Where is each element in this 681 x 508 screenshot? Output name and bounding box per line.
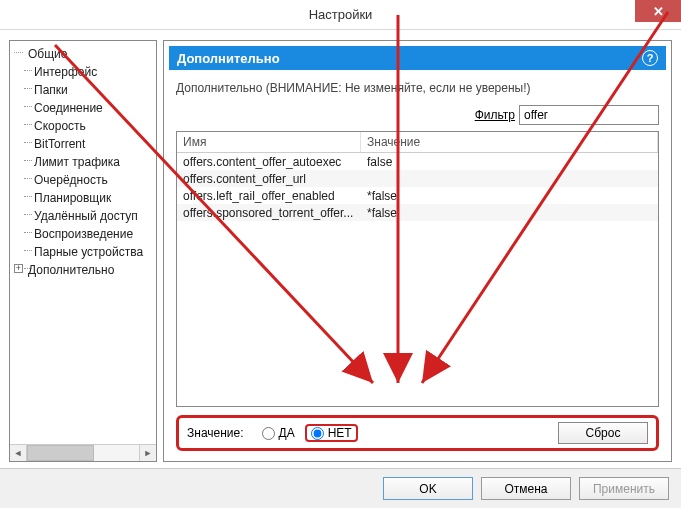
table-row[interactable]: offers.content_offer_autoexecfalse (177, 153, 658, 170)
title-bar: Настройки ✕ (0, 0, 681, 30)
column-header-value[interactable]: Значение (361, 132, 658, 152)
sidebar-item-label: BitTorrent (34, 137, 85, 151)
radio-no-label: НЕТ (328, 426, 352, 440)
table-row[interactable]: offers.content_offer_url (177, 170, 658, 187)
apply-button[interactable]: Применить (579, 477, 669, 500)
sidebar-item[interactable]: Общие (10, 45, 156, 63)
main-panel: Дополнительно ? Дополнительно (ВНИМАНИЕ:… (163, 40, 672, 462)
sidebar-item[interactable]: Парные устройства (10, 243, 156, 261)
sidebar-item-label: Лимит трафика (34, 155, 120, 169)
table-row[interactable]: offers.sponsored_torrent_offer...*false (177, 204, 658, 221)
sidebar-item[interactable]: Интерфейс (10, 63, 156, 81)
section-header: Дополнительно ? (169, 46, 666, 70)
sidebar-item[interactable]: Планировщик (10, 189, 156, 207)
table-header: Имя Значение (177, 132, 658, 153)
sidebar-item-label: Папки (34, 83, 68, 97)
cancel-button[interactable]: Отмена (481, 477, 571, 500)
cell-name: offers.content_offer_url (177, 170, 361, 187)
settings-table: Имя Значение offers.content_offer_autoex… (176, 131, 659, 407)
sidebar-item[interactable]: Скорость (10, 117, 156, 135)
value-label: Значение: (187, 426, 244, 440)
sidebar-item[interactable]: Удалённый доступ (10, 207, 156, 225)
scroll-right-button[interactable]: ► (139, 445, 156, 461)
cell-name: offers.left_rail_offer_enabled (177, 187, 361, 204)
window-title: Настройки (309, 7, 373, 22)
filter-input[interactable] (519, 105, 659, 125)
radio-no-input[interactable] (311, 427, 324, 440)
cell-value (361, 170, 658, 187)
sidebar-horizontal-scrollbar[interactable]: ◄ ► (10, 444, 156, 461)
sidebar-item-label: Интерфейс (34, 65, 97, 79)
radio-yes-label: ДА (279, 426, 295, 440)
table-row[interactable]: offers.left_rail_offer_enabled*false (177, 187, 658, 204)
expand-icon[interactable]: + (14, 264, 23, 273)
value-editor-row: Значение: ДА НЕТ Сброс (176, 415, 659, 451)
close-button[interactable]: ✕ (635, 0, 681, 22)
cell-value: *false (361, 204, 658, 221)
cell-name: offers.sponsored_torrent_offer... (177, 204, 361, 221)
sidebar-item[interactable]: Воспроизведение (10, 225, 156, 243)
help-icon[interactable]: ? (642, 50, 658, 66)
radio-no-highlight: НЕТ (305, 424, 358, 442)
sidebar-item-label: Планировщик (34, 191, 111, 205)
scroll-left-button[interactable]: ◄ (10, 445, 27, 461)
radio-yes-input[interactable] (262, 427, 275, 440)
sidebar-item[interactable]: +Дополнительно (10, 261, 156, 279)
reset-button[interactable]: Сброс (558, 422, 648, 444)
warning-text: Дополнительно (ВНИМАНИЕ: Не изменяйте, е… (176, 81, 659, 95)
sidebar-item[interactable]: Очерёдность (10, 171, 156, 189)
cell-value: *false (361, 187, 658, 204)
close-icon: ✕ (653, 4, 664, 19)
sidebar-item[interactable]: Папки (10, 81, 156, 99)
column-header-name[interactable]: Имя (177, 132, 361, 152)
filter-label: Фильтр (475, 108, 515, 122)
sidebar-item-label: Очерёдность (34, 173, 108, 187)
sidebar-item[interactable]: Соединение (10, 99, 156, 117)
cell-name: offers.content_offer_autoexec (177, 153, 361, 170)
filter-row: Фильтр (176, 105, 659, 125)
scroll-thumb[interactable] (27, 445, 94, 461)
scroll-track[interactable] (27, 445, 139, 461)
section-title: Дополнительно (177, 51, 280, 66)
sidebar-item-label: Общие (28, 47, 67, 61)
radio-no[interactable]: НЕТ (311, 426, 352, 440)
sidebar-item[interactable]: BitTorrent (10, 135, 156, 153)
dialog-footer: OK Отмена Применить (0, 468, 681, 508)
sidebar-item-label: Парные устройства (34, 245, 143, 259)
sidebar-item-label: Соединение (34, 101, 103, 115)
radio-yes[interactable]: ДА (262, 426, 295, 440)
cell-value: false (361, 153, 658, 170)
sidebar-item-label: Дополнительно (28, 263, 114, 277)
sidebar-item-label: Скорость (34, 119, 86, 133)
table-body: offers.content_offer_autoexecfalseoffers… (177, 153, 658, 406)
category-sidebar: ОбщиеИнтерфейсПапкиСоединениеСкоростьBit… (9, 40, 157, 462)
sidebar-item[interactable]: Лимит трафика (10, 153, 156, 171)
sidebar-item-label: Удалённый доступ (34, 209, 138, 223)
sidebar-item-label: Воспроизведение (34, 227, 133, 241)
category-tree: ОбщиеИнтерфейсПапкиСоединениеСкоростьBit… (10, 43, 156, 444)
ok-button[interactable]: OK (383, 477, 473, 500)
